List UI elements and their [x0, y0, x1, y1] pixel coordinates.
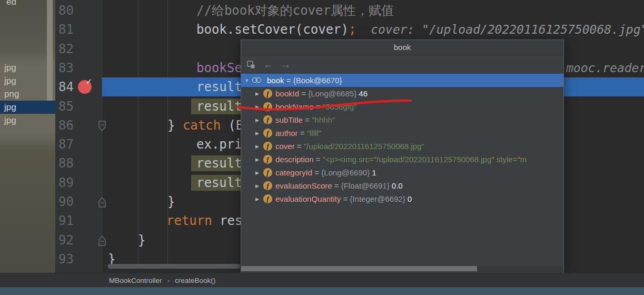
variable-row-categoryId[interactable]: ▶fcategoryId = {Long@6690} 1 — [241, 166, 563, 179]
line-number[interactable]: 85 — [55, 97, 74, 116]
ide-window: //给book对象的cover属性，赋值book.setCover(cover)… — [0, 0, 644, 295]
variable-value: {Long@6685} 46 — [308, 89, 368, 98]
variable-row-evaluationScore[interactable]: ▶fevaluationScore = {Float@6691} 0.0 — [241, 179, 563, 192]
variable-row-subTitle[interactable]: ▶fsubTitle = "hhhh" — [241, 113, 563, 126]
popup-horizontal-scrollbar[interactable] — [241, 266, 563, 272]
line-number[interactable]: 83 — [55, 58, 74, 77]
variable-row-book[interactable]: ▼book = {Book@6670} — [241, 74, 563, 87]
fold-collapse-icon[interactable] — [98, 235, 106, 247]
fold-collapse-icon[interactable] — [98, 120, 106, 132]
line-number[interactable]: 92 — [55, 231, 74, 250]
variable-value: "<p><img src="/upload/20220116125750068.… — [323, 155, 527, 164]
inline-hint-package: mooc.reader — [566, 58, 644, 77]
sidebar-item[interactable]: jpg — [0, 61, 55, 74]
project-sidebar: ed jpgjpgpngjpgjpg — [0, 0, 55, 273]
variable-row-bookId[interactable]: ▶fbookId = {Long@6685} 46 — [241, 87, 563, 100]
line-number[interactable]: 90 — [55, 192, 74, 211]
expand-arrow-icon[interactable]: ▶ — [255, 157, 263, 162]
fold-collapse-icon[interactable] — [98, 196, 106, 208]
equals-sign: = — [298, 129, 307, 137]
equals-sign: = — [295, 142, 304, 151]
line-number[interactable]: 88 — [55, 154, 74, 173]
equals-sign: = — [303, 115, 312, 124]
code-line: } catch (B — [167, 116, 244, 135]
variable-value: "5656gfg" — [323, 102, 357, 111]
line-number[interactable]: 91 — [55, 211, 74, 230]
variables-tree: ▼book = {Book@6670}▶fbookId = {Long@6685… — [241, 74, 563, 205]
code-line: result — [196, 97, 242, 116]
forward-arrow-icon[interactable]: → — [281, 60, 291, 70]
line-number[interactable]: 80 — [55, 1, 74, 20]
line-number[interactable]: 87 — [55, 135, 74, 154]
code-line: book.setCover(cover); cover: "/upload/20… — [196, 20, 644, 39]
variable-name: bookName — [275, 102, 314, 111]
variable-value: {Float@6691} 0.0 — [341, 181, 403, 190]
variable-row-author[interactable]: ▶fauthor = "lllll" — [241, 126, 563, 140]
variable-row-bookName[interactable]: ▶fbookName = "5656gfg" — [241, 100, 563, 113]
variable-name: book — [267, 76, 284, 85]
code-line: bookSe — [196, 58, 242, 77]
sidebar-item[interactable]: jpg — [0, 74, 55, 87]
expand-arrow-icon[interactable]: ▶ — [255, 144, 263, 149]
field-icon: f — [263, 89, 272, 98]
code-line: result — [196, 173, 242, 192]
breakpoint-icon[interactable] — [78, 80, 92, 94]
line-number[interactable]: 81 — [55, 20, 74, 39]
variable-row-cover[interactable]: ▶fcover = "/upload/20220116125750068.jpg… — [241, 140, 563, 153]
variable-row-evaluationQuantity[interactable]: ▶fevaluationQuantity = {Integer@6692} 0 — [241, 192, 563, 205]
popup-toolbar: ← → — [241, 55, 563, 74]
variable-name: evaluationScore — [275, 181, 332, 190]
equals-sign: = — [312, 168, 321, 177]
back-arrow-icon[interactable]: ← — [263, 60, 273, 70]
popup-title: book — [394, 43, 411, 52]
editor-horizontal-scrollbar[interactable] — [108, 264, 240, 269]
bottom-panel-strip — [0, 287, 644, 295]
field-icon: f — [263, 142, 272, 151]
watch-icon — [252, 77, 265, 84]
sidebar-item-partial[interactable]: ed — [6, 0, 16, 7]
variable-value: "lllll" — [307, 129, 321, 137]
breadcrumb: MBookController›createBook() — [0, 273, 644, 288]
breadcrumb-item[interactable]: createBook() — [175, 277, 215, 284]
code-line: return res — [166, 211, 243, 230]
indent-guide — [138, 0, 138, 263]
breadcrumb-items: MBookController›createBook() — [109, 273, 215, 288]
variable-name: author — [275, 129, 298, 137]
code-line: } — [138, 231, 145, 250]
expand-arrow-icon[interactable]: ▶ — [255, 196, 263, 202]
field-icon: f — [263, 168, 272, 177]
expand-arrow-icon[interactable]: ▶ — [255, 117, 263, 123]
collapse-arrow-icon[interactable]: ▼ — [244, 78, 252, 83]
variable-name: categoryId — [275, 168, 312, 177]
line-number[interactable]: 89 — [55, 173, 74, 192]
sidebar-item[interactable]: jpg — [0, 114, 55, 127]
popup-scrollbar-thumb[interactable] — [241, 266, 477, 271]
view-options-icon[interactable] — [246, 60, 256, 70]
field-icon: f — [263, 115, 272, 124]
debugger-popup: book ← → ▼book = {Book@6670}▶fbookId = {… — [241, 40, 564, 273]
line-number[interactable]: 84 — [55, 77, 74, 96]
sidebar-item[interactable]: png — [0, 87, 55, 101]
expand-arrow-icon[interactable]: ▶ — [255, 104, 263, 110]
line-number[interactable]: 93 — [55, 250, 74, 269]
expand-arrow-icon[interactable]: ▶ — [255, 170, 263, 175]
equals-sign: = — [284, 76, 293, 85]
breadcrumb-item[interactable]: MBookController — [109, 277, 162, 284]
expand-arrow-icon[interactable]: ▶ — [255, 91, 263, 96]
line-number[interactable]: 86 — [55, 116, 74, 135]
variable-value: {Long@6690} 1 — [321, 168, 377, 177]
field-icon: f — [263, 194, 272, 203]
expand-arrow-icon[interactable]: ▶ — [255, 183, 263, 189]
sidebar-item-selected[interactable]: jpg — [0, 101, 55, 114]
code-line: } — [167, 192, 175, 211]
line-number[interactable]: 82 — [55, 40, 74, 58]
field-icon: f — [263, 155, 272, 164]
equals-sign: = — [314, 102, 323, 111]
popup-title-bar[interactable]: book — [241, 40, 563, 55]
equals-sign: = — [332, 181, 341, 190]
equals-sign: = — [341, 194, 350, 203]
code-line: result — [196, 77, 242, 96]
field-icon: f — [263, 129, 272, 137]
expand-arrow-icon[interactable]: ▶ — [255, 131, 263, 136]
variable-row-description[interactable]: ▶fdescription = "<p><img src="/upload/20… — [241, 153, 563, 166]
